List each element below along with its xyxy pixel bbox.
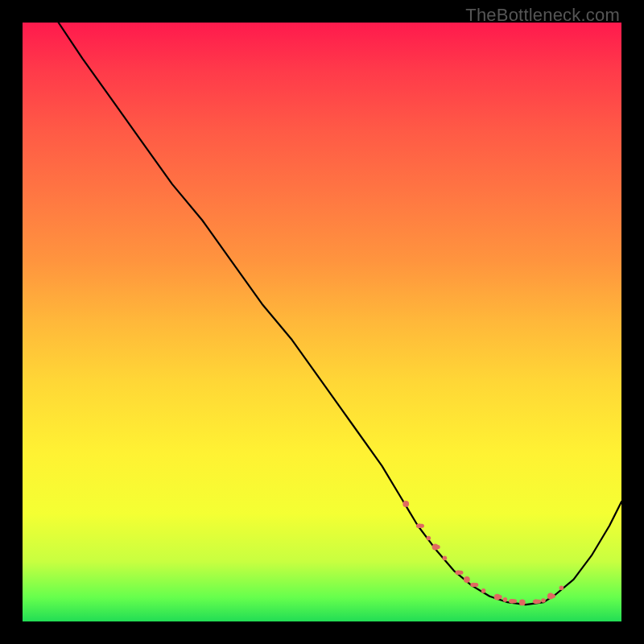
optimal-range-marks bbox=[402, 501, 564, 605]
svg-point-21 bbox=[541, 598, 546, 603]
svg-point-15 bbox=[503, 597, 508, 602]
chart-svg bbox=[23, 23, 621, 621]
svg-point-12 bbox=[481, 588, 486, 593]
svg-rect-2 bbox=[416, 524, 424, 528]
svg-rect-8 bbox=[455, 571, 463, 575]
chart-frame: TheBottleneck.com bbox=[0, 0, 644, 644]
svg-rect-14 bbox=[494, 595, 502, 599]
svg-rect-17 bbox=[509, 599, 517, 603]
svg-point-0 bbox=[402, 501, 409, 507]
svg-point-6 bbox=[443, 556, 448, 561]
svg-point-24 bbox=[559, 586, 564, 591]
plot-area bbox=[23, 23, 621, 621]
svg-point-9 bbox=[464, 576, 470, 583]
svg-rect-11 bbox=[470, 583, 478, 587]
svg-rect-23 bbox=[547, 594, 555, 598]
svg-point-3 bbox=[427, 536, 431, 541]
svg-rect-20 bbox=[533, 600, 541, 604]
svg-point-18 bbox=[519, 600, 526, 606]
svg-rect-5 bbox=[432, 545, 440, 549]
bottleneck-curve bbox=[59, 23, 621, 605]
